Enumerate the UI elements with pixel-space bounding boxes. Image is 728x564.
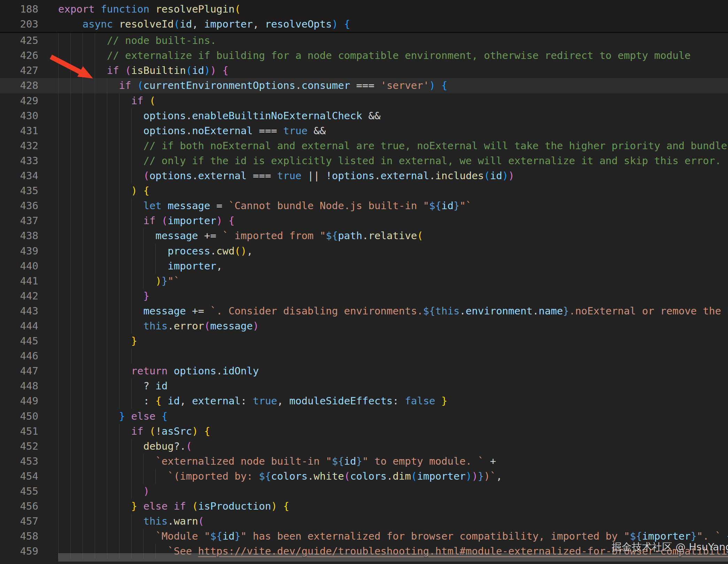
code-line-content: (options.external === true || !options.e… (58, 168, 728, 183)
code-token: . (295, 79, 301, 91)
code-token: } (563, 305, 569, 317)
code-line[interactable]: 431 options.noExternal === true && (0, 123, 728, 138)
line-number[interactable]: 449 (0, 394, 58, 409)
code-token (125, 410, 131, 422)
code-line[interactable]: 450 } else { (0, 409, 728, 424)
line-number[interactable]: 442 (0, 289, 58, 304)
code-line[interactable]: 425 // node built-ins. (0, 33, 728, 48)
line-number[interactable]: 440 (0, 259, 58, 274)
code-line[interactable]: 430 options.enableBuiltinNoExternalCheck… (0, 108, 728, 123)
line-number[interactable]: 441 (0, 274, 58, 289)
sticky-code-line[interactable]: 188export function resolvePlugin( (0, 2, 728, 17)
code-line-content: // if both noExternal and external are t… (58, 138, 728, 153)
code-line[interactable]: 439 process.cwd(), (0, 244, 728, 259)
line-number[interactable]: 436 (0, 198, 58, 213)
code-line[interactable]: 433 // only if the id is explicitly list… (0, 153, 728, 168)
code-line[interactable]: 457 this.warn( (0, 514, 728, 529)
code-line[interactable]: 435 ) { (0, 183, 728, 198)
line-number[interactable]: 459 (0, 544, 58, 559)
code-line[interactable]: 427 if (isBuiltin(id)) { (0, 63, 728, 78)
line-number[interactable]: 443 (0, 304, 58, 319)
code-line[interactable]: 448 ? id (0, 379, 728, 394)
code-line[interactable]: 437 if (importer) { (0, 213, 728, 228)
indent-guide (155, 244, 156, 259)
horizontal-scrollbar[interactable] (58, 553, 728, 562)
indent-guide (83, 514, 83, 529)
code-line[interactable]: 432 // if both noExternal and external a… (0, 138, 728, 153)
code-token: . (387, 470, 393, 482)
code-line[interactable]: 451 if (!asSrc) { (0, 424, 728, 439)
line-number[interactable]: 437 (0, 213, 58, 228)
code-line[interactable]: 454 `(imported by: ${colors.white(colors… (0, 469, 728, 484)
line-number[interactable]: 453 (0, 454, 58, 469)
line-number[interactable]: 458 (0, 529, 58, 544)
code-line[interactable]: 442 } (0, 289, 728, 304)
line-number[interactable]: 455 (0, 484, 58, 499)
code-token: : (393, 395, 405, 407)
code-token: : (241, 395, 253, 407)
line-number[interactable]: 431 (0, 123, 58, 138)
indent-guide (83, 289, 83, 304)
code-token: colors (350, 470, 387, 482)
indent-guide (83, 529, 83, 544)
code-token: "` (459, 200, 472, 212)
line-number[interactable]: 456 (0, 499, 58, 514)
line-number[interactable]: 434 (0, 168, 58, 183)
line-number[interactable]: 433 (0, 153, 58, 168)
code-line[interactable]: 429 if ( (0, 93, 728, 108)
code-line[interactable]: 434 (options.external === true || !optio… (0, 168, 728, 183)
line-number[interactable]: 429 (0, 93, 58, 108)
code-line[interactable]: 447 return options.idOnly (0, 364, 728, 379)
code-line[interactable]: 426 // externalize if building for a nod… (0, 48, 728, 63)
code-token: 'server' (380, 79, 429, 91)
line-number[interactable]: 452 (0, 439, 58, 454)
code-line[interactable]: 440 importer, (0, 259, 728, 274)
line-number[interactable]: 448 (0, 379, 58, 394)
indent-guide (119, 394, 119, 409)
line-number[interactable]: 432 (0, 138, 58, 153)
code-token: if (143, 215, 155, 227)
line-number[interactable]: 457 (0, 514, 58, 529)
code-line[interactable]: 438 message += ` imported from "${path.r… (0, 228, 728, 243)
indent-guide (107, 153, 107, 168)
line-number[interactable]: 438 (0, 228, 58, 243)
code-line[interactable]: 428 if (currentEnvironmentOptions.consum… (0, 78, 728, 93)
code-line[interactable]: 441 )}"` (0, 274, 728, 289)
code-line[interactable]: 436 let message = `Cannot bundle Node.js… (0, 198, 728, 213)
code-token: { (283, 500, 289, 512)
code-line[interactable]: 453 `externalized node built-in "${id}" … (0, 454, 728, 469)
code-line[interactable]: 444 this.error(message) (0, 319, 728, 334)
code-line[interactable]: 446 (0, 349, 728, 364)
line-number[interactable]: 188 (0, 2, 58, 17)
line-number[interactable]: 447 (0, 364, 58, 379)
code-token: `externalized node built-in " (155, 455, 332, 467)
line-number[interactable]: 451 (0, 424, 58, 439)
indent-guide (95, 198, 95, 213)
code-line[interactable]: 452 debug?.( (0, 439, 728, 454)
line-number[interactable]: 430 (0, 108, 58, 123)
indent-guide (58, 409, 59, 424)
line-number[interactable]: 450 (0, 409, 58, 424)
line-number[interactable]: 203 (0, 17, 58, 32)
line-number[interactable]: 446 (0, 349, 58, 364)
code-token: this (143, 515, 168, 527)
line-number[interactable]: 444 (0, 319, 58, 334)
indent-guide (131, 274, 132, 289)
code-line-content: if (isBuiltin(id)) { (58, 63, 728, 78)
line-number[interactable]: 439 (0, 244, 58, 259)
code-line[interactable]: 445 } (0, 334, 728, 349)
code-line-content: } else if (isProduction) { (58, 499, 728, 514)
code-line[interactable]: 443 message += `. Consider disabling env… (0, 304, 728, 319)
line-number[interactable]: 435 (0, 183, 58, 198)
code-line[interactable]: 449 : { id, external: true, moduleSideEf… (0, 394, 728, 409)
line-number[interactable]: 454 (0, 469, 58, 484)
line-number[interactable]: 445 (0, 334, 58, 349)
code-line[interactable]: 455 ) (0, 484, 728, 499)
sticky-code-line[interactable]: 203 async resolveId(id, importer, resolv… (0, 17, 728, 32)
code-line-content: this.error(message) (58, 319, 728, 334)
code-token: id (180, 18, 192, 30)
line-number[interactable]: 425 (0, 33, 58, 48)
code-line[interactable]: 456 } else if (isProduction) { (0, 499, 728, 514)
indent-guide (107, 514, 107, 529)
code-token: } (131, 500, 137, 512)
